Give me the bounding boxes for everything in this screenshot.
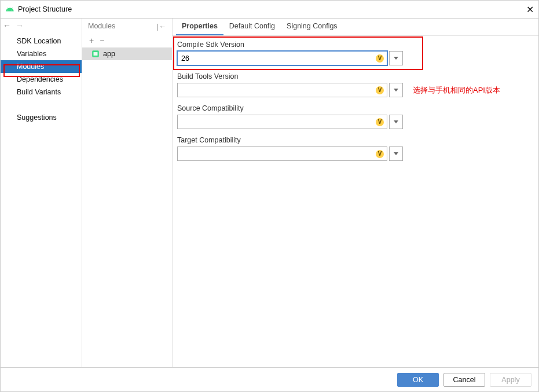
- forward-icon[interactable]: →: [16, 21, 24, 30]
- compile-sdk-label: Compile Sdk Version: [177, 41, 536, 49]
- tab-properties[interactable]: Properties: [176, 19, 223, 35]
- nav-history: ← →: [1, 19, 82, 32]
- ok-button[interactable]: OK: [397, 373, 439, 387]
- remove-module-icon[interactable]: −: [100, 36, 104, 45]
- window-title: Project Structure: [18, 5, 516, 13]
- build-tools-label: Build Tools Version: [177, 72, 536, 80]
- nav-sidebar: ← → SDK Location Variables Modules Depen…: [1, 19, 82, 367]
- variable-badge-icon[interactable]: V: [376, 118, 384, 126]
- tab-default-config[interactable]: Default Config: [223, 19, 281, 35]
- source-compat-label: Source Compatibility: [177, 104, 536, 112]
- variable-badge-icon[interactable]: V: [376, 54, 384, 63]
- sidebar-item-sdk-location[interactable]: SDK Location: [1, 35, 82, 47]
- modules-panel: Modules |← + − app: [82, 19, 173, 367]
- chevron-down-icon: [394, 120, 398, 123]
- compile-sdk-dropdown[interactable]: [389, 51, 403, 65]
- build-tools-input[interactable]: [177, 83, 387, 97]
- add-module-icon[interactable]: +: [89, 36, 94, 45]
- chevron-down-icon: [394, 152, 398, 155]
- svg-rect-1: [94, 52, 98, 56]
- apply-button: Apply: [490, 373, 531, 387]
- variable-badge-icon[interactable]: V: [376, 150, 384, 158]
- target-compat-dropdown[interactable]: [389, 146, 403, 161]
- field-source-compat: Source Compatibility V: [177, 104, 536, 129]
- close-icon[interactable]: ✕: [516, 4, 534, 15]
- tabs: Properties Default Config Signing Config…: [173, 19, 538, 36]
- dialog-footer: OK Cancel Apply: [1, 367, 538, 391]
- module-name: app: [103, 50, 115, 58]
- cancel-button[interactable]: Cancel: [443, 373, 485, 387]
- sidebar-item-modules[interactable]: Modules: [1, 60, 82, 73]
- chevron-down-icon: [394, 57, 398, 60]
- build-tools-dropdown[interactable]: [389, 83, 403, 97]
- sidebar-item-suggestions[interactable]: Suggestions: [1, 111, 82, 124]
- compile-sdk-input[interactable]: [177, 51, 387, 65]
- annotation-text: 选择与手机相同的API版本: [413, 85, 500, 96]
- source-compat-dropdown[interactable]: [389, 115, 403, 129]
- android-module-icon: [91, 50, 100, 58]
- tab-signing-configs[interactable]: Signing Configs: [281, 19, 343, 35]
- titlebar: Project Structure ✕: [1, 1, 538, 18]
- main-panel: Properties Default Config Signing Config…: [173, 19, 538, 367]
- source-compat-input[interactable]: [177, 115, 387, 129]
- field-compile-sdk: Compile Sdk Version V: [177, 41, 536, 65]
- back-icon[interactable]: ←: [3, 21, 11, 30]
- target-compat-label: Target Compatibility: [177, 136, 536, 144]
- sidebar-item-variables[interactable]: Variables: [1, 47, 82, 60]
- module-row-app[interactable]: app: [82, 47, 172, 60]
- field-target-compat: Target Compatibility V: [177, 136, 536, 161]
- chevron-down-icon: [394, 89, 398, 91]
- target-compat-input[interactable]: [177, 146, 387, 161]
- modules-header-label: Modules: [88, 22, 157, 30]
- sidebar-item-dependencies[interactable]: Dependencies: [1, 73, 82, 86]
- collapse-panel-icon[interactable]: |←: [157, 22, 166, 31]
- variable-badge-icon[interactable]: V: [376, 86, 384, 94]
- android-logo-icon: [5, 5, 14, 14]
- sidebar-item-build-variants[interactable]: Build Variants: [1, 86, 82, 98]
